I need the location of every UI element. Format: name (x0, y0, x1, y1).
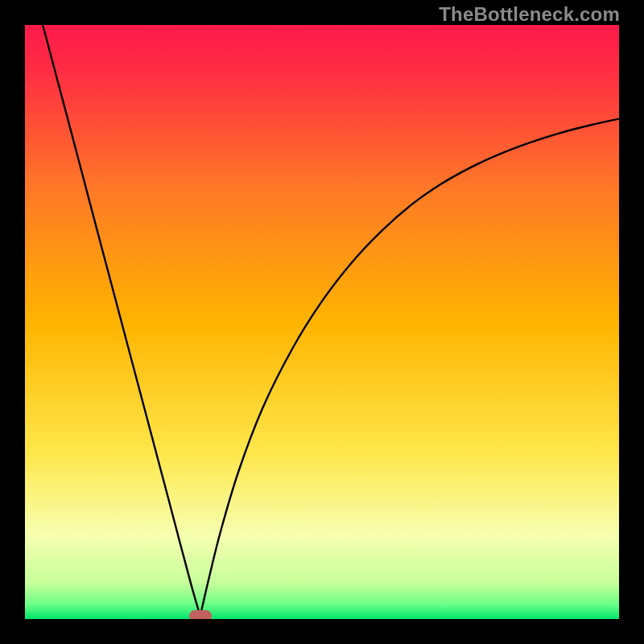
watermark-text: TheBottleneck.com (439, 3, 620, 26)
curve-path (43, 25, 619, 616)
optimal-marker (189, 610, 212, 619)
chart-frame: TheBottleneck.com (0, 0, 644, 644)
bottleneck-curve (25, 25, 619, 619)
plot-area (25, 25, 619, 619)
